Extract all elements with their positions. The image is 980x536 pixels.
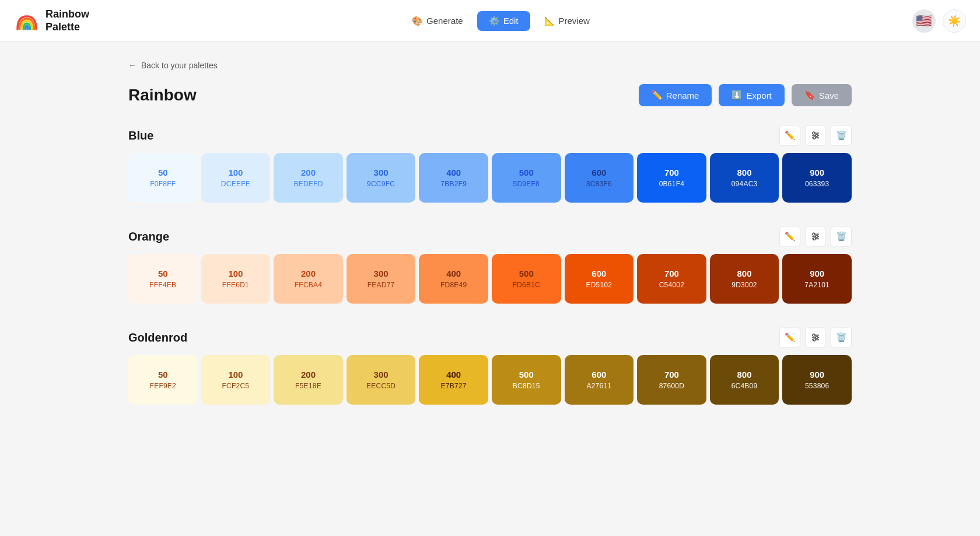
group-delete-button-orange[interactable]: 🗑️ [831, 226, 852, 247]
swatch-goldenrod-600[interactable]: 600A27611 [565, 355, 634, 405]
swatch-hex-goldenrod-900: 553806 [805, 382, 829, 390]
swatch-goldenrod-300[interactable]: 300EECC5D [346, 355, 416, 405]
theme-toggle-button[interactable]: ☀️ [943, 9, 966, 33]
swatch-goldenrod-900[interactable]: 900553806 [782, 355, 852, 405]
rename-button[interactable]: ✏️ Rename [639, 84, 712, 106]
swatch-level-goldenrod-400: 400 [446, 370, 461, 380]
swatch-blue-500[interactable]: 5005D9EF8 [492, 153, 561, 203]
swatch-orange-300[interactable]: 300FEAD77 [346, 254, 416, 304]
palette-title-row: Rainbow ✏️ Rename ⬇️ Export 🔖 Save [128, 84, 852, 106]
swatch-level-goldenrod-800: 800 [737, 370, 752, 380]
swatch-level-orange-900: 900 [810, 269, 824, 279]
nav-edit[interactable]: ⚙️ Edit [477, 11, 530, 31]
swatch-hex-goldenrod-500: BC8D15 [513, 382, 540, 390]
swatch-hex-orange-50: FFF4EB [149, 281, 176, 289]
swatch-goldenrod-500[interactable]: 500BC8D15 [492, 355, 561, 405]
group-delete-button-goldenrod[interactable]: 🗑️ [831, 327, 852, 348]
swatch-hex-goldenrod-100: FCF2C5 [222, 382, 250, 390]
group-header-orange: Orange✏️🗑️ [128, 226, 852, 247]
swatch-goldenrod-700[interactable]: 70087600D [637, 355, 706, 405]
svg-point-16 [816, 336, 818, 339]
swatch-level-goldenrod-600: 600 [592, 370, 606, 380]
swatch-goldenrod-100[interactable]: 100FCF2C5 [201, 355, 271, 405]
app-name: Rainbow Palette [46, 8, 89, 33]
swatch-level-orange-50: 50 [158, 269, 168, 279]
back-link[interactable]: ← Back to your palettes [128, 61, 852, 70]
group-sliders-button-orange[interactable] [805, 226, 826, 247]
swatch-level-goldenrod-100: 100 [228, 370, 243, 380]
swatch-goldenrod-400[interactable]: 400E7B727 [419, 355, 488, 405]
nav-generate[interactable]: 🎨 Generate [400, 11, 475, 31]
group-sliders-button-blue[interactable] [805, 125, 826, 146]
swatch-level-blue-400: 400 [446, 168, 461, 177]
swatch-orange-400[interactable]: 400FD8E49 [419, 254, 488, 304]
preview-icon: 📐 [544, 16, 555, 26]
swatch-hex-goldenrod-400: E7B727 [441, 382, 467, 390]
group-edit-button-blue[interactable]: ✏️ [779, 125, 800, 146]
swatches-row-goldenrod: 50FEF9E2100FCF2C5200F5E18E300EECC5D400E7… [128, 355, 852, 405]
svg-point-15 [813, 334, 815, 336]
save-button[interactable]: 🔖 Save [792, 84, 852, 106]
group-actions-blue: ✏️🗑️ [779, 125, 852, 146]
group-name-blue: Blue [128, 129, 153, 142]
group-edit-button-goldenrod[interactable]: ✏️ [779, 327, 800, 348]
swatch-blue-50[interactable]: 50F0F8FF [128, 153, 198, 203]
swatch-level-blue-700: 700 [664, 168, 679, 177]
group-delete-button-blue[interactable]: 🗑️ [831, 125, 852, 146]
export-button[interactable]: ⬇️ Export [719, 84, 784, 106]
swatch-level-orange-400: 400 [446, 269, 461, 279]
swatch-level-blue-50: 50 [158, 168, 168, 177]
swatch-level-blue-200: 200 [301, 168, 316, 177]
swatch-level-orange-700: 700 [664, 269, 679, 279]
group-actions-orange: ✏️🗑️ [779, 226, 852, 247]
swatch-level-goldenrod-900: 900 [810, 370, 824, 380]
swatch-orange-700[interactable]: 700C54002 [637, 254, 706, 304]
swatch-blue-400[interactable]: 4007BB2F9 [419, 153, 488, 203]
swatch-hex-orange-200: FFCBA4 [295, 281, 322, 289]
svg-point-11 [813, 238, 816, 240]
swatch-blue-900[interactable]: 900063393 [782, 153, 852, 203]
swatches-row-blue: 50F0F8FF100DCEEFE200BEDEFD3009CC9FC4007B… [128, 153, 852, 203]
svg-point-9 [813, 233, 815, 235]
generate-icon: 🎨 [412, 16, 423, 26]
swatch-goldenrod-50[interactable]: 50FEF9E2 [128, 355, 198, 405]
swatch-blue-100[interactable]: 100DCEEFE [201, 153, 271, 203]
swatch-hex-goldenrod-200: F5E18E [295, 382, 321, 390]
swatch-orange-50[interactable]: 50FFF4EB [128, 254, 198, 304]
svg-point-10 [816, 235, 818, 238]
swatch-blue-700[interactable]: 7000B61F4 [637, 153, 706, 203]
swatch-hex-orange-100: FFE6D1 [222, 281, 249, 289]
swatch-orange-800[interactable]: 8009D3002 [710, 254, 779, 304]
swatch-level-blue-800: 800 [737, 168, 752, 177]
group-actions-goldenrod: ✏️🗑️ [779, 327, 852, 348]
group-name-orange: Orange [128, 230, 169, 243]
swatch-orange-500[interactable]: 500FD6B1C [492, 254, 561, 304]
swatch-blue-200[interactable]: 200BEDEFD [274, 153, 343, 203]
swatch-blue-800[interactable]: 800094AC3 [710, 153, 779, 203]
swatch-level-goldenrod-500: 500 [519, 370, 534, 380]
swatch-orange-200[interactable]: 200FFCBA4 [274, 254, 343, 304]
swatch-hex-blue-500: 5D9EF8 [513, 180, 540, 188]
swatch-hex-orange-400: FD8E49 [440, 281, 467, 289]
swatch-blue-300[interactable]: 3009CC9FC [346, 153, 416, 203]
swatch-goldenrod-800[interactable]: 8006C4B09 [710, 355, 779, 405]
swatch-level-blue-500: 500 [519, 168, 534, 177]
swatch-orange-600[interactable]: 600ED5102 [565, 254, 634, 304]
color-group-goldenrod: Goldenrod✏️🗑️50FEF9E2100FCF2C5200F5E18E3… [128, 327, 852, 405]
language-flag-button[interactable]: 🇺🇸 [912, 9, 936, 33]
group-sliders-button-goldenrod[interactable] [805, 327, 826, 348]
swatch-level-orange-500: 500 [519, 269, 534, 279]
swatch-orange-900[interactable]: 9007A2101 [782, 254, 852, 304]
svg-point-3 [813, 132, 815, 134]
svg-point-5 [813, 137, 816, 139]
swatch-level-orange-100: 100 [228, 269, 243, 279]
main-content: ← Back to your palettes Rainbow ✏️ Renam… [82, 42, 898, 447]
color-group-blue: Blue✏️🗑️50F0F8FF100DCEEFE200BEDEFD3009CC… [128, 125, 852, 203]
nav-preview[interactable]: 📐 Preview [533, 11, 601, 31]
swatch-blue-600[interactable]: 6003C83F6 [565, 153, 634, 203]
swatch-orange-100[interactable]: 100FFE6D1 [201, 254, 271, 304]
group-edit-button-orange[interactable]: ✏️ [779, 226, 800, 247]
swatch-goldenrod-200[interactable]: 200F5E18E [274, 355, 343, 405]
back-arrow-icon: ← [128, 61, 136, 70]
swatch-level-blue-900: 900 [810, 168, 824, 177]
